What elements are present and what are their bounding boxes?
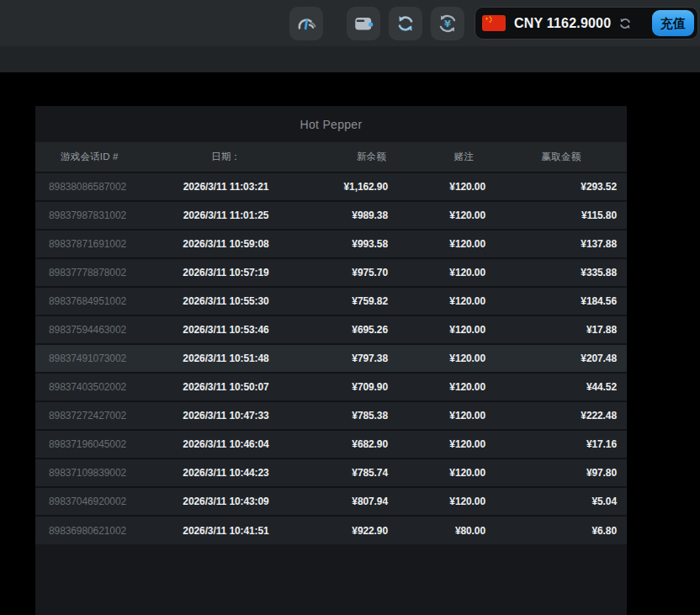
session-id-cell: 89837871691002 <box>35 230 170 258</box>
game-history-panel: Hot Pepper 游戏会话ID # 日期： 新余额 赌注 赢取金额 8983… <box>35 106 627 615</box>
bet-cell: ¥120.00 <box>398 487 496 516</box>
bet-cell: ¥120.00 <box>398 315 496 344</box>
table-row: 898376849510022026/3/11 10:55:30¥759.82¥… <box>35 287 627 315</box>
win-amount-cell: ¥293.52 <box>496 172 627 201</box>
refresh-icon <box>395 13 416 34</box>
new-balance-cell: ¥695.26 <box>282 315 398 344</box>
session-id-cell: 89837987831002 <box>35 201 170 230</box>
bet-cell: ¥120.00 <box>398 258 496 287</box>
session-id-cell: 89837778878002 <box>35 258 170 287</box>
header-date: 日期： <box>170 142 282 172</box>
new-balance-cell: ¥922.90 <box>282 516 398 544</box>
new-balance-cell: ¥1,162.90 <box>282 172 398 201</box>
win-amount-cell: ¥17.16 <box>496 430 627 459</box>
session-id-cell: 89837594463002 <box>35 315 170 344</box>
session-id-cell: 89837272427002 <box>35 401 170 430</box>
new-balance-cell: ¥785.38 <box>282 401 398 430</box>
new-balance-cell: ¥785.74 <box>282 459 398 487</box>
table-header-row: 游戏会话ID # 日期： 新余额 赌注 赢取金额 <box>35 142 627 172</box>
new-balance-cell: ¥682.90 <box>282 430 398 459</box>
bet-cell: ¥80.00 <box>398 516 496 544</box>
session-id-cell: 89837046920002 <box>35 487 170 516</box>
table-row: 898378716910022026/3/11 10:59:08¥993.58¥… <box>35 230 627 258</box>
win-amount-cell: ¥115.80 <box>496 201 627 230</box>
date-cell: 2026/3/11 10:53:46 <box>170 315 282 344</box>
win-amount-cell: ¥335.88 <box>496 258 627 287</box>
currency-exchange-icon: ¥ <box>437 13 459 34</box>
session-table-body: 898380865870022026/3/11 11:03:21¥1,162.9… <box>35 172 627 544</box>
balance-amount: CNY 1162.9000 <box>514 16 611 31</box>
wallet-button[interactable] <box>347 7 380 40</box>
session-id-cell: 89838086587002 <box>35 172 170 201</box>
table-row: 898380865870022026/3/11 11:03:21¥1,162.9… <box>35 172 627 201</box>
session-id-cell: 89837196045002 <box>35 430 170 459</box>
speedometer-icon <box>295 13 317 34</box>
speedometer-button[interactable] <box>289 7 323 40</box>
table-row: 898369806210022026/3/11 10:41:51¥922.90¥… <box>35 516 627 544</box>
date-cell: 2026/3/11 10:50:07 <box>170 373 282 401</box>
table-row: 898375944630022026/3/11 10:53:46¥695.26¥… <box>35 315 627 344</box>
win-amount-cell: ¥137.88 <box>496 230 627 258</box>
win-amount-cell: ¥207.48 <box>496 344 627 373</box>
session-id-cell: 89837684951002 <box>35 287 170 315</box>
table-row: 898371960450022026/3/11 10:46:04¥682.90¥… <box>35 430 627 459</box>
bet-cell: ¥120.00 <box>398 172 496 201</box>
bet-cell: ¥120.00 <box>398 401 496 430</box>
table-row: 898374910730022026/3/11 10:51:48¥797.38¥… <box>35 344 627 373</box>
new-balance-cell: ¥797.38 <box>282 344 398 373</box>
date-cell: 2026/3/11 10:51:48 <box>170 344 282 373</box>
session-history-table: 游戏会话ID # 日期： 新余额 赌注 赢取金额 898380865870022… <box>35 142 627 544</box>
date-cell: 2026/3/11 10:46:04 <box>170 430 282 459</box>
new-balance-cell: ¥709.90 <box>282 373 398 401</box>
win-amount-cell: ¥44.52 <box>496 373 627 401</box>
header-session-id: 游戏会话ID # <box>35 142 170 172</box>
date-cell: 2026/3/11 10:59:08 <box>170 230 282 258</box>
table-row: 898377788780022026/3/11 10:57:19¥975.70¥… <box>35 258 627 287</box>
session-id-cell: 89836980621002 <box>35 516 170 544</box>
date-cell: 2026/3/11 10:43:09 <box>170 487 282 516</box>
date-cell: 2026/3/11 10:47:33 <box>170 401 282 430</box>
win-amount-cell: ¥97.80 <box>496 459 627 487</box>
secondary-bar <box>0 46 700 72</box>
game-title: Hot Pepper <box>35 106 627 142</box>
header-new-balance: 新余额 <box>282 142 398 172</box>
date-cell: 2026/3/11 10:44:23 <box>170 459 282 487</box>
new-balance-cell: ¥807.94 <box>282 487 398 516</box>
bet-cell: ¥120.00 <box>398 430 496 459</box>
win-amount-cell: ¥222.48 <box>496 401 627 430</box>
win-amount-cell: ¥184.56 <box>496 287 627 315</box>
refresh-button[interactable] <box>389 7 422 40</box>
date-cell: 2026/3/11 11:03:21 <box>170 172 282 201</box>
bet-cell: ¥120.00 <box>398 373 496 401</box>
win-amount-cell: ¥17.88 <box>496 315 627 344</box>
table-row: 898370469200022026/3/11 10:43:09¥807.94¥… <box>35 487 627 516</box>
balance-pill: CNY 1162.9000 充值 <box>475 7 698 40</box>
session-id-cell: 89837403502002 <box>35 373 170 401</box>
bet-cell: ¥120.00 <box>398 201 496 230</box>
new-balance-cell: ¥975.70 <box>282 258 398 287</box>
new-balance-cell: ¥759.82 <box>282 287 398 315</box>
header-win-amount: 赢取金额 <box>496 142 627 172</box>
bet-cell: ¥120.00 <box>398 459 496 487</box>
wallet-icon <box>353 13 374 34</box>
date-cell: 2026/3/11 11:01:25 <box>170 201 282 230</box>
china-flag-icon <box>482 15 506 31</box>
bet-cell: ¥120.00 <box>398 287 496 315</box>
table-row: 898374035020022026/3/11 10:50:07¥709.90¥… <box>35 373 627 401</box>
currency-exchange-button[interactable]: ¥ <box>431 7 464 40</box>
win-amount-cell: ¥6.80 <box>496 516 627 544</box>
date-cell: 2026/3/11 10:55:30 <box>170 287 282 315</box>
bet-cell: ¥120.00 <box>398 344 496 373</box>
recharge-button[interactable]: 充值 <box>652 10 694 36</box>
date-cell: 2026/3/11 10:41:51 <box>170 516 282 544</box>
table-row: 898372724270022026/3/11 10:47:33¥785.38¥… <box>35 401 627 430</box>
session-id-cell: 89837491073002 <box>35 344 170 373</box>
svg-text:¥: ¥ <box>444 18 451 29</box>
header-bet: 赌注 <box>398 142 496 172</box>
balance-refresh-icon[interactable] <box>618 16 633 31</box>
session-id-cell: 89837109839002 <box>35 459 170 487</box>
new-balance-cell: ¥989.38 <box>282 201 398 230</box>
table-row: 898379878310022026/3/11 11:01:25¥989.38¥… <box>35 201 627 230</box>
new-balance-cell: ¥993.58 <box>282 230 398 258</box>
win-amount-cell: ¥5.04 <box>496 487 627 516</box>
